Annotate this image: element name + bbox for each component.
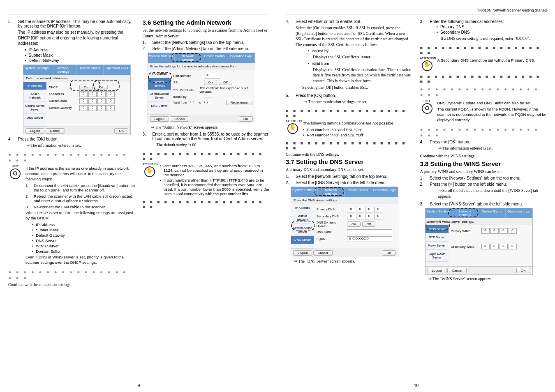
h36-intro: Set the network settings for connecting … xyxy=(143,28,270,39)
page-9: 3. Set the scanner's IP address. This ma… xyxy=(0,0,278,392)
b-dg: Default Gateway xyxy=(25,58,135,63)
p9-s3b: The IP address may also be set manually,… xyxy=(18,30,135,46)
regen-btn[interactable]: Regenerate xyxy=(226,100,252,105)
p10-col1: 4. Select whether or not to enable SSL. … xyxy=(286,18,413,381)
ui-admin-net: System Settings Network Settings Device … xyxy=(148,53,255,123)
ui4-arrow: ⇒ The "WINS Server" screen appears. xyxy=(428,276,547,282)
dhcp-off[interactable]: Off xyxy=(95,85,108,90)
page-num-9: 9 xyxy=(8,381,269,388)
r-s4: Select whether or not to enable SSL. xyxy=(296,19,363,24)
att-label: ATTENTION xyxy=(143,163,159,166)
header-text: fi-6010N Network Scanner Getting Started xyxy=(286,8,547,14)
att-secdns: ATTENTION A Secondary DNS cannot be set … xyxy=(420,57,547,71)
h37: 3.7 Setting the DNS Server xyxy=(286,158,413,165)
attention-icon xyxy=(287,123,298,134)
p10-col2: 3. Enter the following numerical address… xyxy=(420,18,547,381)
r-s5: Press the [OK] button. xyxy=(296,93,336,98)
tab2-network[interactable]: Network Settings xyxy=(175,53,201,63)
tab-network[interactable]: Network Settings xyxy=(50,65,77,75)
side-dns[interactable]: DNS Server xyxy=(23,114,46,122)
h36: 3.6 Setting the Admin Network xyxy=(143,19,270,26)
ssl-on[interactable]: On xyxy=(204,80,217,85)
side-central[interactable]: Central Admin Server xyxy=(23,102,46,114)
hint-icon xyxy=(422,103,432,114)
dhcp-on[interactable]: On xyxy=(79,85,93,90)
h36-s3: Enter a port number from 1 to 65535, to … xyxy=(153,132,268,141)
page-spread: 3. Set the scanner's IP address. This ma… xyxy=(0,0,555,392)
p9-s4: Press the [OK] button. xyxy=(18,137,58,141)
ui-ip-address: System Settings Network Settings Device … xyxy=(23,65,131,135)
hint-label: HINT xyxy=(12,165,18,168)
tab2-device[interactable]: Device Status xyxy=(201,53,228,63)
p9-col1: 3. Set the scanner's IP address. This ma… xyxy=(8,18,135,381)
barmsg: Enter the network addresses. xyxy=(23,75,130,82)
dotrow: ● ● ● ● ● ● ● ● ● ● ● ● ● ● ● ● ● ● ● xyxy=(8,152,135,163)
attention-icon xyxy=(144,166,155,177)
side-admin[interactable]: Admin Network xyxy=(23,90,46,102)
p9-col2: 3.6 Setting the Admin Network Set the ne… xyxy=(143,18,270,381)
hint-icon xyxy=(10,168,21,179)
cont-wins: Continue with the WINS settings. xyxy=(420,153,547,159)
b-ip: IP Address xyxy=(25,48,135,52)
cont-conn: Continue with the connection settings. xyxy=(8,282,135,288)
ui-wins: System Settings Network Settings Device … xyxy=(425,208,533,275)
p9-s3: Set the scanner's IP address. This may b… xyxy=(18,19,131,28)
h36-s2: Select the [Admin Network] tab on the le… xyxy=(153,46,270,51)
h36-s1: Select the [Network Settings] tab on the… xyxy=(153,40,270,45)
p9-s4-result: ⇒ The information entered is set. xyxy=(26,143,135,148)
ssl-off[interactable]: Off xyxy=(219,80,232,85)
tab2-logs[interactable]: Operation Logs xyxy=(228,53,255,63)
ok-btn[interactable]: OK xyxy=(114,128,128,134)
tab-device[interactable]: Device Status xyxy=(77,65,104,75)
port-input[interactable]: 80 xyxy=(204,73,220,78)
ui2-arrow: ⇒ The "Admin Network" screen appears. xyxy=(151,125,270,130)
cont-dns: Continue with the DNS settings. xyxy=(286,152,413,157)
sqrow: ■ ■ ■ ■ ■ ■ ■ ■ ■ ■ ■ ■ ■ ■ ■ ■ ■ ■ ■ xyxy=(143,151,270,161)
attention-icon xyxy=(422,60,432,71)
hint-ip: HINT If the IP address is the same as on… xyxy=(8,165,135,267)
att-ports: ATTENTION Port numbers 135, 139, 445, an… xyxy=(143,163,270,197)
tab2-system[interactable]: System Settings xyxy=(148,53,175,63)
side-ip[interactable]: IP Address xyxy=(23,82,46,90)
header-line xyxy=(8,8,269,14)
dotrow2: ● ● ● ● ● ● ● ● ● ● ● ● ● ● ● ● ● ● ● xyxy=(8,269,135,281)
page-num-10: 10 xyxy=(286,381,547,388)
ui3-arrow: ⇒ The "DNS Server" screen appears. xyxy=(294,258,413,264)
ui-dns: System Settings Network Settings Device … xyxy=(291,187,398,257)
att-combo: ATTENTION The following settings combina… xyxy=(286,120,413,138)
h36-default: The default setting is 80. xyxy=(157,142,270,148)
hint-dns: HINT DNS Dynamic Update and DNS Suffix c… xyxy=(420,99,547,124)
page-10: fi-6010N Network Scanner Getting Started… xyxy=(278,0,555,392)
tab-logs[interactable]: Operation Logs xyxy=(104,65,130,75)
tab-system[interactable]: System Settings xyxy=(23,65,50,75)
cancel-btn[interactable]: Cancel xyxy=(46,128,65,134)
h38: 3.8 Setting the WINS Server xyxy=(420,160,547,167)
logout-btn[interactable]: Logout xyxy=(25,128,44,134)
b-sm: Subnet Mask xyxy=(25,53,135,58)
r-s4a: Select the [On] button enables SSL. If S… xyxy=(296,25,413,47)
